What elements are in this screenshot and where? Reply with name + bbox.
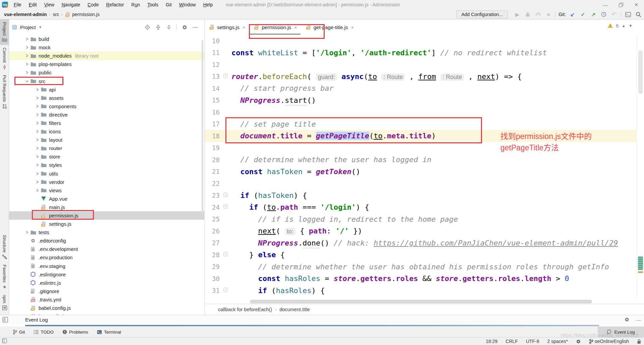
git-update-icon[interactable]: ↙ — [569, 11, 576, 18]
code-line-27[interactable]: 27 NProgress.done() // hack: https://git… — [205, 237, 644, 249]
chevron-right-icon[interactable] — [34, 189, 41, 192]
horizontal-scrollbar[interactable] — [250, 300, 592, 303]
tree-item-.editorconfig[interactable]: .editorconfig — [9, 236, 204, 245]
breadcrumb-item-vue-element-admin[interactable]: vue-element-admin — [4, 12, 47, 17]
tree-item-public[interactable]: public — [9, 68, 204, 77]
code-line-31[interactable]: 31− if (hasRoles) { — [205, 285, 644, 297]
chevron-right-icon[interactable] — [34, 88, 41, 91]
add-configuration-button[interactable]: Add Configuration... — [456, 10, 508, 18]
menu-item-refactor[interactable]: Refactor — [103, 1, 127, 8]
vertical-scrollbar[interactable] — [638, 50, 643, 94]
tree-item-node_modules[interactable]: node_moduleslibrary root — [9, 52, 204, 60]
chevron-down-icon[interactable]: ▼ — [39, 25, 42, 29]
menu-item-code[interactable]: Code — [85, 1, 102, 8]
hide-panel-icon[interactable]: — — [192, 24, 198, 30]
chevron-right-icon[interactable] — [23, 62, 31, 66]
search-everywhere-icon[interactable] — [635, 11, 642, 18]
toolwindow-button-problems[interactable]: Problems — [62, 330, 88, 335]
code-line-15[interactable]: 15 NProgress.start() — [205, 94, 644, 107]
chevron-right-icon[interactable] — [34, 180, 41, 184]
project-panel-title[interactable]: Project — [20, 24, 36, 30]
chevron-right-icon[interactable] — [34, 146, 41, 150]
tree-item-tests[interactable]: tests — [9, 228, 204, 236]
fold-marker-icon[interactable]: − — [223, 252, 228, 256]
gear-icon[interactable] — [181, 24, 187, 30]
code-line-11[interactable]: 11const whiteList = ['/login', '/auth-re… — [205, 47, 644, 59]
code-line-16[interactable]: 16 — [205, 106, 644, 118]
code-line-29[interactable]: 29 // determine whether the user has obt… — [205, 261, 644, 273]
toolwindow-button-git[interactable]: Git — [13, 330, 25, 335]
chevron-right-icon[interactable] — [23, 230, 31, 234]
stripe-item-pull-requests[interactable]: Pull Requests — [0, 72, 9, 112]
caret-position[interactable]: 18:29 — [486, 339, 497, 344]
run-anything-icon[interactable] — [624, 11, 632, 18]
stripe-item-npm[interactable]: npm — [0, 292, 9, 313]
close-button[interactable]: × — [629, 0, 644, 9]
code-line-14[interactable]: 14 // start progress bar — [205, 82, 644, 94]
toolwindow-button-todo[interactable]: TODO — [34, 330, 54, 335]
editor-breadcrumb-item[interactable]: callback for beforeEach() — [218, 307, 272, 312]
stop-button[interactable]: ■ — [545, 11, 552, 18]
toolwindow-button-terminal[interactable]: Terminal — [97, 330, 121, 335]
code-line-22[interactable]: 22 — [205, 178, 644, 190]
tree-item-directive[interactable]: directive — [9, 111, 204, 119]
code-area[interactable]: 1011const whiteList = ['/login', '/auth-… — [205, 35, 644, 299]
encoding[interactable]: UTF-8 — [526, 339, 539, 344]
code-line-13[interactable]: 13−router.beforeEach( guard: async(to : … — [205, 71, 644, 83]
chevron-right-icon[interactable] — [23, 37, 31, 41]
chevron-right-icon[interactable] — [34, 113, 41, 117]
chevron-right-icon[interactable] — [23, 71, 31, 74]
breadcrumb-item-src[interactable]: src — [53, 12, 59, 17]
fold-marker-icon[interactable]: − — [223, 193, 228, 197]
tab-settings.js[interactable]: JSsettings.js× — [205, 19, 249, 35]
menu-item-git[interactable]: Git — [163, 1, 175, 8]
editor-breadcrumb-item[interactable]: document.title — [279, 307, 310, 312]
tree-item-vendor[interactable]: vendor — [9, 178, 204, 186]
breadcrumb-item-permission.js[interactable]: permission.js — [72, 12, 100, 17]
git-branch-widget[interactable]: oeOnlineEnglish — [589, 339, 629, 344]
chevron-right-icon[interactable] — [34, 105, 41, 108]
code-line-24[interactable]: 24− if (to.path === '/login') { — [205, 201, 644, 213]
tree-scrollbar[interactable] — [202, 40, 203, 214]
event-log-title[interactable]: Event Log — [25, 317, 48, 323]
menu-item-run[interactable]: Run — [128, 1, 143, 8]
tree-item-styles[interactable]: styles — [9, 161, 204, 169]
tree-item-components[interactable]: components — [9, 102, 204, 111]
tree-item-filters[interactable]: filters — [9, 119, 204, 127]
tree-item-.eslintrc.js[interactable]: .eslintrc.js — [9, 279, 204, 287]
code-line-20[interactable]: 20 // determine whether the user has log… — [205, 154, 644, 166]
tree-item-.env.development[interactable]: .env.development — [9, 245, 204, 253]
tree-item-assets[interactable]: assets — [9, 94, 204, 102]
tree-item-plop-templates[interactable]: plop-templates — [9, 60, 204, 68]
menu-item-tools[interactable]: Tools — [144, 1, 161, 8]
code-line-23[interactable]: 23− if (hasToken) { — [205, 190, 644, 202]
run-button[interactable]: ▶ — [514, 11, 521, 18]
tree-item-views[interactable]: views — [9, 186, 204, 195]
tree-item-build[interactable]: build — [9, 35, 204, 43]
stripe-item-structure[interactable]: Structure — [0, 232, 9, 262]
next-warning-icon[interactable]: ▼ — [629, 23, 633, 28]
prev-warning-icon[interactable]: ▲ — [622, 23, 626, 28]
stripe-item-commit[interactable]: Commit — [0, 45, 9, 72]
tree-item-.env.production[interactable]: .env.production — [9, 253, 204, 262]
gear-icon[interactable] — [624, 317, 630, 323]
profiler-icon[interactable] — [534, 11, 542, 18]
tree-item-router[interactable]: router — [9, 144, 204, 152]
code-line-28[interactable]: 28− } else { — [205, 249, 644, 261]
chevron-right-icon[interactable] — [34, 121, 41, 125]
indent-style[interactable]: 2 spaces* — [547, 339, 568, 344]
tree-item-store[interactable]: store — [9, 152, 204, 161]
tree-item-App.vue[interactable]: App.vue — [9, 195, 204, 203]
git-push-icon[interactable]: ↗ — [590, 11, 597, 18]
project-scope-icon[interactable] — [12, 25, 17, 29]
debug-bug-icon[interactable] — [524, 11, 531, 18]
chevron-right-icon[interactable] — [34, 96, 41, 100]
git-commit-check-icon[interactable]: ✓ — [579, 11, 587, 18]
code-line-25[interactable]: 25 // if is logged in, redirect to the h… — [205, 213, 644, 225]
tree-item-settings.js[interactable]: JSsettings.js — [9, 220, 204, 228]
tree-item-.env.staging[interactable]: .env.staging — [9, 262, 204, 270]
menu-item-edit[interactable]: Edit — [26, 1, 40, 8]
minimize-button[interactable]: — — [598, 0, 613, 9]
chevron-right-icon[interactable] — [23, 54, 31, 58]
code-line-21[interactable]: 21 const hasToken = getToken() — [205, 166, 644, 178]
